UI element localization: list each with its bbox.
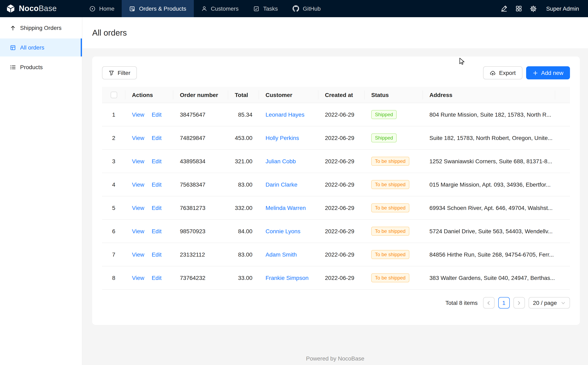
nav-item-customers[interactable]: Customers	[194, 0, 246, 17]
column-header-address: Address	[423, 87, 555, 103]
nav-item-label: Customers	[211, 5, 239, 12]
table-header: Actions Order number Total Customer Crea…	[102, 87, 570, 103]
page-content: Filter Export	[82, 48, 588, 325]
next-page-button[interactable]	[513, 297, 525, 309]
prev-page-button[interactable]	[483, 297, 494, 309]
nocobase-logo[interactable]: NocoBase	[0, 0, 82, 17]
chevron-left-icon	[486, 301, 491, 305]
status-badge: To be shipped	[371, 204, 409, 213]
plus-icon	[532, 70, 538, 76]
tasks-icon	[253, 6, 259, 12]
toolbar-right: Export Add new	[483, 66, 570, 79]
nav-item-tasks[interactable]: Tasks	[246, 0, 285, 17]
chevron-right-icon	[517, 301, 521, 305]
sidebar-item-products[interactable]: Products	[0, 58, 82, 76]
column-header-created-at: Created at	[318, 87, 365, 103]
customer-link[interactable]: Adam Smith	[266, 252, 297, 258]
sidebar-item-shipping-orders[interactable]: Shipping Orders	[0, 19, 82, 37]
total-cell: 85.34	[228, 103, 259, 126]
total-cell: 83.00	[228, 173, 259, 197]
total-cell: 332.00	[228, 197, 259, 220]
select-all-header	[102, 87, 125, 103]
edit-link[interactable]: Edit	[152, 135, 161, 141]
settings-gear-icon[interactable]	[527, 2, 540, 15]
order-number-cell: 76381273	[173, 197, 228, 220]
logo-cube-icon	[6, 4, 15, 14]
table-grid-icon	[10, 44, 16, 50]
created-at-cell: 2022-06-29	[318, 220, 365, 243]
home-icon	[89, 6, 95, 12]
footer-brand-link[interactable]: NocoBase	[338, 355, 364, 362]
spacer-cell	[555, 150, 570, 173]
current-user[interactable]: Super Admin	[546, 5, 579, 12]
nav-item-label: Home	[99, 5, 115, 12]
select-all-checkbox[interactable]	[110, 92, 117, 98]
view-link[interactable]: View	[132, 275, 144, 281]
page-header: All orders	[82, 17, 588, 48]
nav-item-github[interactable]: GitHub	[285, 0, 328, 17]
table-row: 1 View Edit 38475647 85.34 Leonard Hayes…	[102, 103, 570, 126]
filter-button[interactable]: Filter	[102, 66, 137, 79]
total-cell: 321.00	[228, 150, 259, 173]
status-badge: To be shipped	[371, 180, 409, 189]
customer-link[interactable]: Holly Perkins	[266, 135, 299, 141]
view-link[interactable]: View	[132, 182, 144, 188]
nav-item-orders-products[interactable]: Orders & Products	[122, 0, 194, 17]
page-number-button[interactable]: 1	[498, 297, 509, 309]
customer-link[interactable]: Julian Cobb	[266, 158, 296, 165]
page-title: All orders	[92, 28, 127, 37]
edit-link[interactable]: Edit	[152, 252, 161, 258]
edit-link[interactable]: Edit	[152, 228, 161, 235]
total-cell: 84.00	[228, 220, 259, 243]
edit-link[interactable]: Edit	[152, 275, 161, 281]
customer-link[interactable]: Leonard Hayes	[266, 112, 305, 118]
pagination: Total 8 items 1 20 / page	[102, 297, 570, 309]
address-cell: 804 Runte Mission, Suite 182, 15783, Nor…	[423, 103, 555, 126]
customer-link[interactable]: Connie Lyons	[266, 228, 300, 235]
address-cell: 69934 Schoen River, Apt. 646, 49704, Wal…	[423, 197, 555, 220]
view-link[interactable]: View	[132, 205, 144, 211]
page-size-select[interactable]: 20 / page	[528, 297, 570, 309]
app-body: Shipping Orders All orders Products All …	[0, 17, 588, 365]
view-link[interactable]: View	[132, 252, 144, 258]
customer-link[interactable]: Frankie Simpson	[266, 275, 309, 281]
plugin-blocks-icon[interactable]	[513, 2, 525, 15]
view-link[interactable]: View	[132, 158, 144, 165]
created-at-cell: 2022-06-29	[318, 266, 365, 290]
created-at-cell: 2022-06-29	[318, 197, 365, 220]
created-at-cell: 2022-06-29	[318, 126, 365, 150]
total-cell: 33.00	[228, 266, 259, 290]
created-at-cell: 2022-06-29	[318, 150, 365, 173]
view-link[interactable]: View	[132, 135, 144, 141]
status-badge: Shipped	[371, 110, 397, 119]
edit-link[interactable]: Edit	[152, 158, 161, 165]
nav-item-home[interactable]: Home	[82, 0, 122, 17]
created-at-cell: 2022-06-29	[318, 173, 365, 197]
sidebar-item-all-orders[interactable]: All orders	[0, 38, 82, 56]
row-index: 6	[102, 220, 125, 243]
filter-button-label: Filter	[118, 70, 130, 76]
order-number-cell: 38475647	[173, 103, 228, 126]
customer-link[interactable]: Melinda Warren	[266, 205, 306, 211]
edit-link[interactable]: Edit	[152, 205, 161, 211]
total-cell: 453.00	[228, 126, 259, 150]
github-icon	[293, 5, 299, 12]
address-cell: 1252 Swaniawski Corners, Suite 688, 8137…	[423, 150, 555, 173]
spacer-cell	[555, 220, 570, 243]
edit-link[interactable]: Edit	[152, 112, 161, 118]
column-header-status: Status	[365, 87, 423, 103]
chevron-down-icon	[561, 301, 566, 305]
sidebar-item-label: All orders	[20, 44, 44, 51]
design-mode-icon[interactable]	[498, 2, 510, 15]
edit-link[interactable]: Edit	[152, 182, 161, 188]
export-button[interactable]: Export	[483, 66, 522, 79]
export-button-label: Export	[499, 70, 516, 76]
table-body: 1 View Edit 38475647 85.34 Leonard Hayes…	[102, 103, 570, 290]
row-actions: View Edit	[132, 158, 167, 165]
add-new-button[interactable]: Add new	[526, 66, 570, 79]
table-row: 2 View Edit 74829847 453.00 Holly Perkin…	[102, 126, 570, 150]
view-link[interactable]: View	[132, 112, 144, 118]
view-link[interactable]: View	[132, 228, 144, 235]
customer-link[interactable]: Darin Clarke	[266, 182, 298, 188]
status-badge: To be shipped	[371, 250, 409, 259]
